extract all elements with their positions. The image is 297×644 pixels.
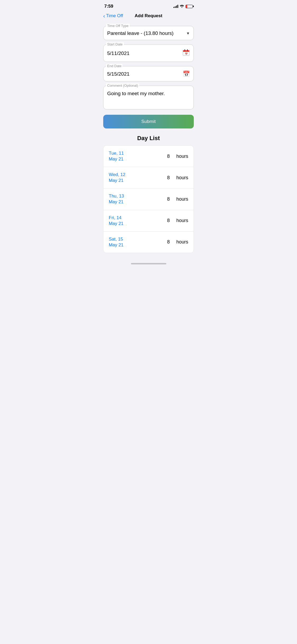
signal-icon <box>173 5 178 8</box>
time-off-type-row: Parental leave - (13.80 hours) ▼ <box>107 28 190 36</box>
submit-button[interactable]: Submit <box>103 115 194 128</box>
list-item: Sat, 15May 218hours <box>103 232 194 253</box>
day-hours-label: hours <box>172 154 188 159</box>
day-hours-number: 8 <box>164 154 172 159</box>
day-hours-label: hours <box>172 239 188 245</box>
start-date-field[interactable]: Start Date 5/11/2021 📅 <box>103 44 194 62</box>
home-bar <box>131 263 166 264</box>
day-date: Thu, 13May 21 <box>109 193 164 205</box>
list-item: Wed, 12May 218hours <box>103 167 194 188</box>
status-time: 7:59 <box>104 4 113 9</box>
nav-bar: ‹ Time Off Add Request <box>99 11 198 22</box>
time-off-type-value: Parental leave - (13.80 hours) <box>107 30 173 36</box>
svg-rect-1 <box>183 50 189 52</box>
end-date-label: End Date <box>106 64 122 68</box>
form-content: Time Off Type Parental leave - (13.80 ho… <box>99 22 198 253</box>
start-date-label: Start Date <box>106 42 124 46</box>
wifi-icon <box>180 4 184 8</box>
day-list: Tue, 11May 218hoursWed, 12May 218hoursTh… <box>103 145 194 253</box>
start-date-value: 5/11/2021 <box>107 50 130 56</box>
page-title: Add Request <box>135 13 162 19</box>
status-icons <box>173 4 193 8</box>
comment-field[interactable]: Comment (Optional) Going to meet my moth… <box>103 86 194 109</box>
calendar-icon-end: 📅 <box>183 71 190 77</box>
calendar-icon: 📅 <box>182 49 190 58</box>
day-date: Sat, 15May 21 <box>109 236 164 248</box>
home-indicator <box>99 261 198 266</box>
day-hours-number: 8 <box>164 239 172 245</box>
end-date-value: 5/15/2021 <box>107 71 130 77</box>
day-hours-label: hours <box>172 196 188 202</box>
comment-value: Going to meet my mother. <box>107 88 190 97</box>
list-item: Tue, 11May 218hours <box>103 146 194 167</box>
back-label: Time Off <box>106 13 123 19</box>
battery-icon <box>186 5 193 8</box>
start-date-row: 5/11/2021 📅 <box>107 47 190 58</box>
day-hours-number: 8 <box>164 218 172 223</box>
day-date: Fri, 14May 21 <box>109 215 164 227</box>
dropdown-arrow-icon: ▼ <box>186 31 190 35</box>
day-hours-label: hours <box>172 175 188 181</box>
day-hours-label: hours <box>172 218 188 223</box>
back-button[interactable]: ‹ Time Off <box>103 13 123 19</box>
end-date-field[interactable]: End Date 5/15/2021 📅 <box>103 66 194 81</box>
day-date: Tue, 11May 21 <box>109 150 164 162</box>
end-date-row: 5/15/2021 📅 <box>107 68 190 77</box>
time-off-type-label: Time Off Type <box>106 24 130 28</box>
comment-label: Comment (Optional) <box>106 84 139 88</box>
svg-text:📅: 📅 <box>185 52 188 56</box>
day-hours-number: 8 <box>164 175 172 181</box>
chevron-left-icon: ‹ <box>103 13 105 19</box>
list-item: Fri, 14May 218hours <box>103 210 194 232</box>
day-date: Wed, 12May 21 <box>109 172 164 183</box>
day-hours-number: 8 <box>164 196 172 202</box>
list-item: Thu, 13May 218hours <box>103 188 194 210</box>
status-bar: 7:59 <box>99 0 198 11</box>
day-list-title: Day List <box>103 135 194 142</box>
time-off-type-field[interactable]: Time Off Type Parental leave - (13.80 ho… <box>103 26 194 40</box>
